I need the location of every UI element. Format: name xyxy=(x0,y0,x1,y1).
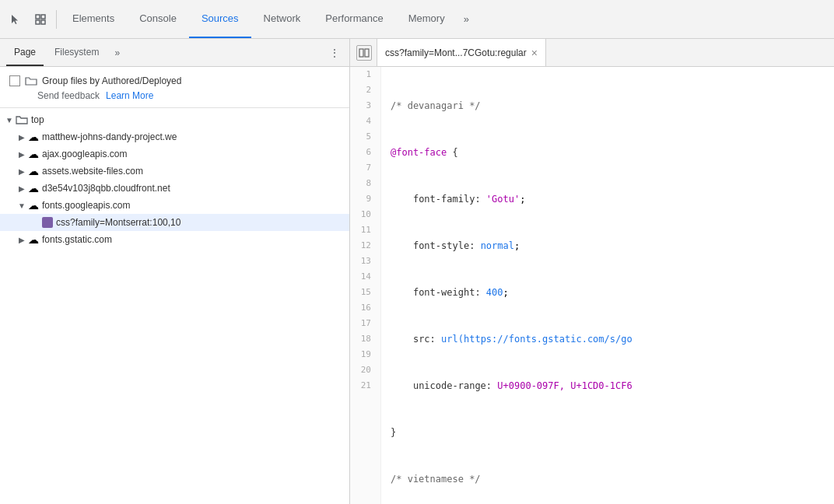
send-feedback-link[interactable]: Send feedback xyxy=(37,90,100,101)
code-line-2: @font-face { xyxy=(391,145,825,160)
devtools-icons xyxy=(6,10,57,29)
code-line-3: font-family: 'Gotu'; xyxy=(391,191,825,207)
tab-performance[interactable]: Performance xyxy=(313,0,395,38)
line-num-20: 20 xyxy=(359,362,371,378)
cloud-icon-d3e54: ☁ xyxy=(28,182,39,194)
code-line-5: font-weight: 400; xyxy=(391,285,825,300)
main-toolbar: Elements Console Sources Network Perform… xyxy=(0,0,834,39)
tree-label-assets: assets.website-files.com xyxy=(42,166,143,177)
tab-elements[interactable]: Elements xyxy=(60,0,127,38)
editor-file-close-button[interactable]: × xyxy=(531,47,538,58)
tree-arrow-matthew xyxy=(16,131,28,143)
panel-tab-more[interactable]: » xyxy=(110,47,124,58)
line-num-6: 6 xyxy=(359,145,371,160)
code-line-8: } xyxy=(391,425,825,440)
tree-item-matthew[interactable]: ☁ matthew-johns-dandy-project.we xyxy=(0,128,349,145)
editor-panel-icon[interactable] xyxy=(356,45,372,61)
line-num-17: 17 xyxy=(359,316,371,331)
line-num-19: 19 xyxy=(359,347,371,362)
code-area[interactable]: 1 2 3 4 5 6 7 8 9 10 11 12 13 14 15 16 1 xyxy=(350,67,834,504)
line-num-9: 9 xyxy=(359,191,371,207)
tree-item-assets[interactable]: ☁ assets.website-files.com xyxy=(0,163,349,180)
folder-icon-top xyxy=(16,114,28,126)
group-notice-text: Group files by Authored/Deployed xyxy=(42,75,181,86)
line-num-4: 4 xyxy=(359,114,371,129)
line-num-1: 1 xyxy=(359,67,371,82)
code-line-1: /* devanagari */ xyxy=(391,98,825,114)
line-num-5: 5 xyxy=(359,129,371,145)
tree-label-top: top xyxy=(31,114,44,125)
group-file-icon xyxy=(25,75,37,87)
line-num-2: 2 xyxy=(359,82,371,98)
line-num-10: 10 xyxy=(359,207,371,222)
line-num-14: 14 xyxy=(359,269,371,285)
left-panel: Page Filesystem » ⋮ Group files by Autho… xyxy=(0,39,350,504)
cloud-icon-fonts-googleapis: ☁ xyxy=(28,199,39,212)
group-files-checkbox[interactable] xyxy=(9,75,20,86)
svg-rect-5 xyxy=(365,49,369,57)
panel-options-button[interactable]: ⋮ xyxy=(326,45,343,61)
svg-rect-1 xyxy=(41,15,45,19)
tree-item-d3e54[interactable]: ☁ d3e54v103j8qbb.cloudfront.net xyxy=(0,180,349,197)
cloud-icon-fonts-gstatic: ☁ xyxy=(28,233,39,246)
toolbar-more-button[interactable]: » xyxy=(457,13,475,25)
tree-label-css: css?family=Montserrat:100,10 xyxy=(56,217,180,228)
tree-item-top[interactable]: top xyxy=(0,111,349,128)
code-lines: 1 2 3 4 5 6 7 8 9 10 11 12 13 14 15 16 1 xyxy=(350,67,834,504)
tab-filesystem[interactable]: Filesystem xyxy=(47,39,107,66)
line-numbers: 1 2 3 4 5 6 7 8 9 10 11 12 13 14 15 16 1 xyxy=(350,67,381,504)
tab-memory[interactable]: Memory xyxy=(396,0,457,38)
tree-item-fonts-gstatic[interactable]: ☁ fonts.gstatic.com xyxy=(0,231,349,248)
tree-label-ajax: ajax.googleapis.com xyxy=(42,149,127,159)
cursor-icon[interactable] xyxy=(6,10,25,29)
line-num-21: 21 xyxy=(359,378,371,394)
editor-tab-bar: css?family=Mont...7CGotu:regular × xyxy=(350,39,834,67)
tab-console[interactable]: Console xyxy=(127,0,189,38)
left-panel-header: Page Filesystem » ⋮ xyxy=(0,39,349,67)
svg-rect-4 xyxy=(359,49,363,57)
code-line-9: /* vietnamese */ xyxy=(391,471,825,487)
tree-label-d3e54: d3e54v103j8qbb.cloudfront.net xyxy=(42,183,170,194)
tree-label-matthew: matthew-johns-dandy-project.we xyxy=(42,131,177,142)
code-line-4: font-style: normal; xyxy=(391,238,825,254)
right-panel: css?family=Mont...7CGotu:regular × 1 2 3… xyxy=(350,39,834,504)
tree-item-ajax[interactable]: ☁ ajax.googleapis.com xyxy=(0,145,349,163)
line-num-11: 11 xyxy=(359,222,371,238)
line-num-15: 15 xyxy=(359,285,371,300)
code-line-7: unicode-range: U+0900-097F, U+1CD0-1CF6 xyxy=(391,378,825,394)
line-num-8: 8 xyxy=(359,176,371,191)
svg-rect-0 xyxy=(36,15,40,19)
learn-more-link[interactable]: Learn More xyxy=(106,90,153,101)
tree-label-fonts-gstatic: fonts.gstatic.com xyxy=(42,234,112,245)
inspect-icon[interactable] xyxy=(31,10,50,29)
tab-sources[interactable]: Sources xyxy=(189,0,251,38)
tree-label-fonts-googleapis: fonts.googleapis.com xyxy=(42,200,130,211)
toolbar-tabs: Elements Console Sources Network Perform… xyxy=(60,0,828,38)
code-line-6: src: url(https://fonts.gstatic.com/s/go xyxy=(391,331,825,347)
tab-network[interactable]: Network xyxy=(251,0,314,38)
group-notice-row: Group files by Authored/Deployed xyxy=(9,75,340,87)
editor-file-tab[interactable]: css?family=Mont...7CGotu:regular × xyxy=(377,39,546,66)
group-files-notice: Group files by Authored/Deployed Send fe… xyxy=(0,67,349,108)
line-num-3: 3 xyxy=(359,98,371,114)
tree-item-fonts-googleapis[interactable]: ☁ fonts.googleapis.com xyxy=(0,197,349,214)
line-num-18: 18 xyxy=(359,331,371,347)
tree-arrow-d3e54 xyxy=(16,182,28,194)
cloud-icon-ajax: ☁ xyxy=(28,148,39,160)
tab-page[interactable]: Page xyxy=(6,39,44,66)
tree-arrow-top xyxy=(3,114,16,126)
line-num-16: 16 xyxy=(359,300,371,316)
cloud-icon-assets: ☁ xyxy=(28,165,39,177)
group-notice-links: Send feedback Learn More xyxy=(9,90,340,101)
line-num-13: 13 xyxy=(359,254,371,269)
svg-rect-3 xyxy=(41,20,45,24)
css-file-icon xyxy=(42,217,53,228)
tree-arrow-fonts-gstatic xyxy=(16,233,28,246)
line-num-7: 7 xyxy=(359,160,371,176)
tree-arrow-ajax xyxy=(16,148,28,160)
editor-file-tab-label: css?family=Mont...7CGotu:regular xyxy=(385,47,527,58)
tree-arrow-assets xyxy=(16,165,28,177)
line-num-12: 12 xyxy=(359,238,371,254)
tree-item-css-file[interactable]: css?family=Montserrat:100,10 xyxy=(0,214,349,231)
svg-rect-2 xyxy=(36,20,40,24)
